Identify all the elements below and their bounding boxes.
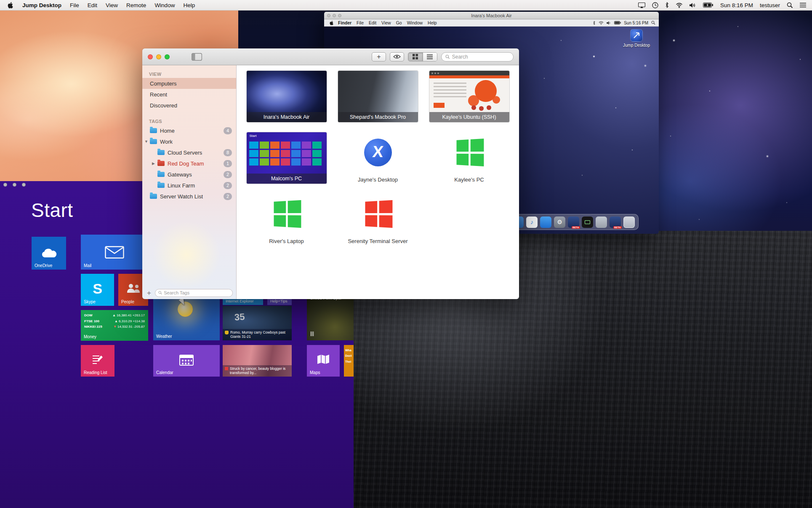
window-control-dot[interactable] — [3, 183, 7, 187]
search-field[interactable] — [441, 52, 514, 61]
remote-menu-file[interactable]: File — [354, 20, 366, 25]
computer-item-jayne[interactable]: X Jayne's Desktop — [338, 132, 418, 184]
reading-list-icon — [92, 355, 103, 364]
volume-icon[interactable] — [690, 3, 696, 8]
tile-onedrive[interactable]: OneDrive — [32, 237, 66, 270]
sidebar-item-recent[interactable]: Recent — [142, 89, 236, 100]
remote-menu-view[interactable]: View — [379, 20, 394, 25]
tile-news-clipped[interactable]: Wha Doct Thei — [344, 345, 354, 377]
computer-item-kaylee-pc[interactable]: Kaylee's PC — [429, 132, 509, 184]
sidebar-tag-gateways[interactable]: Gateways 2 — [142, 169, 236, 180]
tile-reading-list[interactable]: Reading List — [81, 345, 114, 377]
menu-remote[interactable]: Remote — [122, 2, 150, 8]
settings-dock-icon[interactable]: ⚙ — [554, 217, 565, 228]
spotlight-search-icon[interactable] — [787, 2, 793, 8]
jump-desktop-window[interactable]: + VIEW Computers Recent Discovered TAGS — [142, 48, 519, 299]
menu-file[interactable]: File — [66, 2, 83, 8]
appstore-dock-icon[interactable] — [540, 217, 551, 228]
airplay-icon[interactable] — [638, 3, 645, 8]
app-menu[interactable]: Jump Desktop — [18, 2, 66, 8]
terminal-dock-icon[interactable] — [582, 217, 593, 228]
jump-beta-dock-icon[interactable]: BETA — [568, 217, 579, 228]
sidebar-tag-red-dog-team[interactable]: ▶ Red Dog Team 1 — [142, 158, 236, 169]
wifi-icon[interactable] — [676, 3, 683, 8]
add-tag-button[interactable]: + — [146, 289, 152, 297]
tag-search-field[interactable] — [155, 289, 233, 297]
music-dock-icon[interactable]: ♪ — [526, 217, 538, 228]
volume-icon[interactable] — [607, 21, 611, 25]
computer-item-shepard[interactable]: Shepard's Macbook Pro — [338, 71, 418, 122]
bluetooth-icon[interactable] — [665, 2, 669, 8]
search-input[interactable] — [452, 54, 509, 60]
menu-help[interactable]: Help — [179, 2, 199, 8]
computer-item-kaylee-ubuntu[interactable]: Kaylee's Ubuntu (SSH) — [429, 71, 509, 122]
search-icon[interactable] — [651, 21, 655, 25]
sidebar-toggle-button[interactable] — [192, 53, 202, 61]
grid-view-button[interactable] — [408, 53, 423, 61]
add-computer-button[interactable]: + — [372, 52, 386, 61]
minimize-button[interactable] — [156, 54, 161, 59]
minimize-button[interactable] — [333, 14, 336, 17]
tile-skype[interactable]: S Skype — [81, 274, 114, 306]
remote-titlebar[interactable]: Inara's Macbook Air — [324, 12, 659, 19]
window-titlebar[interactable]: + — [142, 48, 519, 65]
computer-item-malcom[interactable]: Start Malcom's PC — [247, 132, 327, 184]
tile-caption: Romo, Murray carry Cowboys past Giants 3… — [223, 329, 292, 340]
zoom-button[interactable] — [165, 54, 170, 59]
remote-clock[interactable]: Sun 5:16 PM — [624, 21, 648, 25]
sidebar-tag-linux-farm[interactable]: Linux Farm 2 — [142, 180, 236, 191]
jump-beta-dock-icon[interactable]: BETA — [610, 217, 621, 228]
menu-bar-clock[interactable]: Sun 8:16 PM — [720, 2, 753, 8]
utility-dock-icon[interactable] — [596, 217, 607, 228]
tile-caption: Struck by cancer, beauty blogger is tran… — [223, 365, 292, 377]
disclosure-triangle-icon[interactable]: ▶ — [152, 161, 157, 166]
computer-item-river[interactable]: River's Laptop — [247, 194, 327, 245]
time-machine-icon[interactable] — [652, 2, 658, 8]
bluetooth-icon[interactable] — [593, 21, 596, 25]
battery-icon[interactable] — [614, 21, 621, 24]
list-view-button[interactable] — [423, 53, 437, 61]
apple-menu[interactable] — [3, 2, 18, 8]
sidebar-tag-server-watch-list[interactable]: Server Watch List 2 — [142, 191, 236, 202]
tag-label: Work — [160, 139, 173, 145]
tag-search-input[interactable] — [164, 290, 229, 295]
remote-menu-help[interactable]: Help — [425, 20, 439, 25]
apple-menu-icon[interactable] — [327, 21, 335, 25]
disclosure-triangle-icon[interactable]: ▼ — [144, 139, 150, 144]
computer-item-serenity[interactable]: Serenity Terminal Server — [338, 194, 418, 245]
menu-bar-username[interactable]: testuser — [760, 2, 780, 8]
remote-menu-go[interactable]: Go — [394, 20, 405, 25]
menu-edit[interactable]: Edit — [83, 2, 101, 8]
sidebar-tag-cloud-servers[interactable]: Cloud Servers 8 — [142, 147, 236, 158]
jump-desktop-shortcut[interactable]: Jump Desktop — [622, 29, 651, 48]
battery-icon[interactable] — [703, 3, 713, 8]
zoom-button[interactable] — [338, 14, 341, 17]
remote-menu-edit[interactable]: Edit — [366, 20, 379, 25]
window-control-dot[interactable] — [22, 183, 26, 187]
sidebar-tag-home[interactable]: Home 4 — [142, 125, 236, 136]
thumbnail-label: Kaylee's Ubuntu (SSH) — [429, 112, 509, 122]
tile-mail[interactable]: Mail — [81, 235, 148, 270]
menu-view[interactable]: View — [101, 2, 122, 8]
tile-calendar[interactable]: Calendar — [153, 345, 220, 377]
notification-center-icon[interactable] — [800, 3, 806, 8]
remote-menu-finder[interactable]: Finder — [335, 20, 354, 25]
preview-button[interactable] — [390, 52, 404, 61]
wifi-icon[interactable] — [599, 21, 604, 25]
sidebar-item-discovered[interactable]: Discovered — [142, 100, 236, 111]
remote-menu-window[interactable]: Window — [405, 20, 425, 25]
sidebar-item-computers[interactable]: Computers — [142, 78, 236, 89]
close-button[interactable] — [148, 54, 153, 59]
close-button[interactable] — [327, 14, 330, 17]
tile-photo-news[interactable]: Struck by cancer, beauty blogger is tran… — [223, 345, 292, 377]
remote-dock[interactable]: ♪ ⚙ BETA BETA — [508, 214, 639, 230]
tile-sports-news[interactable]: 35 Romo, Murray carry Cowboys past Giant… — [223, 306, 292, 340]
computer-item-inara[interactable]: Inara's Macbook Air — [247, 71, 327, 122]
tile-money[interactable]: DOW▲ 16,380.41 +263.17 FTSE 100▲ 6,310.2… — [81, 310, 148, 341]
tile-food-news[interactable]: Grilled Pork Spar — [307, 293, 354, 340]
sidebar-tag-work[interactable]: ▼ Work — [142, 136, 236, 147]
tile-maps[interactable]: Maps — [307, 345, 340, 377]
window-control-dot[interactable] — [13, 183, 16, 187]
trash-dock-icon[interactable] — [623, 217, 635, 228]
menu-window[interactable]: Window — [150, 2, 179, 8]
